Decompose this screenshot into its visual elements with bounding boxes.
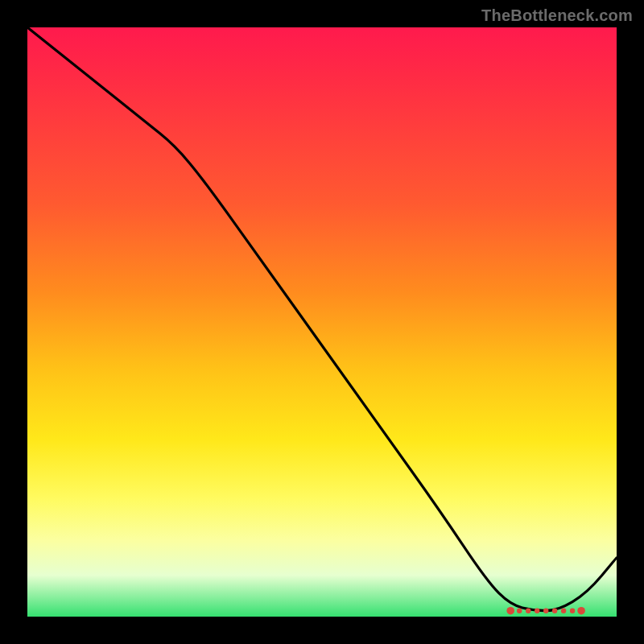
marker-dot	[526, 609, 530, 613]
marker-dot	[543, 609, 548, 613]
marker-dot	[561, 609, 566, 613]
marker-dot	[517, 609, 522, 613]
marker-dot	[552, 609, 557, 613]
attribution-label: TheBottleneck.com	[481, 6, 633, 25]
marker-dot	[570, 609, 575, 613]
marker-dot	[535, 609, 539, 613]
marker-cluster	[506, 607, 584, 615]
plot-area	[27, 27, 617, 617]
chart-frame: TheBottleneck.com	[0, 0, 644, 644]
chart-svg	[27, 27, 617, 617]
marker-dot	[577, 607, 585, 615]
marker-dot	[506, 607, 514, 615]
bottleneck-curve	[27, 27, 617, 611]
